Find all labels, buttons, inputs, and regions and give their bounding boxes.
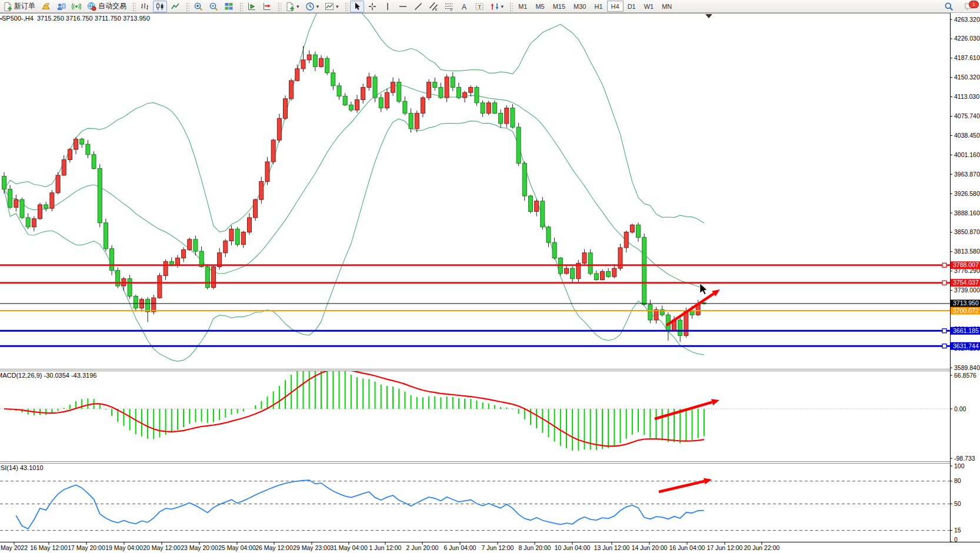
price-tick-label: 3850.870 [954, 228, 980, 235]
bollinger-middle-line [4, 85, 704, 289]
signals-button[interactable] [69, 1, 84, 12]
time-axis[interactable]: May 202216 May 12:0017 May 20:0019 May 0… [1, 542, 780, 551]
time-tick-label: 20 May 12:00 [143, 544, 181, 551]
candle-bullish [175, 258, 179, 265]
toolbar-grip [185, 2, 189, 11]
bar-chart-button[interactable] [138, 1, 152, 12]
cursor-button[interactable] [350, 1, 364, 12]
zoom-out-button[interactable] [206, 1, 221, 12]
candle-bullish [277, 118, 281, 140]
candle-bullish [265, 162, 269, 181]
periods-button[interactable]: ▾ [303, 1, 322, 12]
autotrading-button-label: 自动交易 [98, 1, 126, 11]
svg-text:F: F [450, 8, 452, 11]
candle-bearish [451, 77, 455, 88]
candle-bullish [14, 199, 18, 207]
trendline-button[interactable] [411, 1, 425, 12]
gold-bar-button[interactable] [39, 1, 53, 12]
timeframe-button-m5[interactable]: M5 [531, 1, 548, 12]
dropdown-caret-icon[interactable]: ▾ [501, 2, 504, 11]
line-handle[interactable] [942, 281, 946, 285]
price-badge-label: 3754.037 [953, 279, 979, 286]
candle-bullish [427, 82, 431, 98]
candle-bearish [235, 229, 239, 244]
candle-bearish [134, 297, 138, 308]
chart-window: 4263.3204226.0304187.6104150.3204113.030… [0, 13, 980, 553]
toolbar-grip [277, 2, 281, 11]
timeframe-button-m30[interactable]: M30 [569, 1, 590, 12]
candle-bearish [648, 305, 652, 320]
zoom-in-button[interactable] [191, 1, 205, 12]
dropdown-caret-icon[interactable]: ▾ [296, 2, 299, 11]
chart-shift-marker[interactable] [705, 14, 712, 18]
price-tick-label: 4226.030 [954, 35, 980, 42]
candle-bearish [397, 82, 401, 102]
candle-bullish [271, 140, 275, 162]
price-tick-label: 4075.740 [954, 112, 980, 119]
candle-bullish [624, 232, 628, 248]
line-handle[interactable] [942, 329, 946, 333]
candlestick-chart-button[interactable] [153, 1, 167, 12]
timeframe-button-d1[interactable]: D1 [624, 1, 640, 12]
indicators-button[interactable]: ▾ [283, 1, 302, 12]
trend-arrow-main[interactable] [666, 289, 720, 325]
candle-bullish [601, 271, 605, 279]
timeframe-button-w1[interactable]: W1 [640, 1, 658, 12]
arrow-objects-button[interactable]: ▾ [488, 1, 506, 12]
candle-bearish [128, 279, 132, 297]
timeframe-button-h4[interactable]: H4 [607, 1, 624, 12]
candle-bullish [241, 232, 245, 245]
candle-bearish [403, 101, 407, 113]
candle-bullish [505, 108, 509, 124]
trend-arrow-rsi[interactable] [659, 478, 712, 492]
timeframe-button-h1[interactable]: H1 [591, 1, 607, 12]
price-axis[interactable]: 4263.3204226.0304187.6104150.3204113.030… [950, 16, 980, 543]
virtual-hosting-button[interactable] [54, 1, 68, 12]
fibonacci-button[interactable]: F [442, 1, 456, 12]
chart-shift-button[interactable] [260, 1, 274, 12]
horizontal-line-button[interactable] [396, 1, 410, 12]
dropdown-caret-icon[interactable]: ▾ [336, 2, 339, 11]
candle-bullish [211, 266, 215, 287]
timeframe-button-m15[interactable]: M15 [549, 1, 569, 12]
templates-button[interactable]: ▾ [322, 1, 341, 12]
bollinger-upper-line [4, 13, 704, 232]
candle-bullish [164, 262, 168, 276]
mouse-cursor [700, 284, 707, 295]
candle-bearish [642, 237, 646, 304]
vertical-line-button[interactable] [381, 1, 395, 12]
timeframe-button-mn[interactable]: MN [658, 1, 676, 12]
candle-bearish [571, 268, 575, 279]
bars-chart-icon [140, 2, 149, 11]
svg-text:T: T [478, 4, 481, 9]
candle-bearish [194, 239, 198, 251]
tile-windows-button[interactable] [222, 1, 236, 12]
timeframe-button-m1[interactable]: M1 [514, 1, 531, 12]
auto-scroll-icon [247, 2, 256, 11]
candle-bearish [594, 274, 598, 280]
toolbar-group [191, 0, 236, 12]
candle-bullish [182, 249, 186, 258]
hosting-user-icon [56, 2, 66, 11]
line-handle[interactable] [942, 263, 946, 267]
autotrading-button[interactable]: 自动交易 [85, 1, 129, 12]
search-button[interactable] [942, 1, 956, 12]
candle-bearish [110, 249, 114, 271]
crosshair-button[interactable] [365, 1, 379, 12]
line-handle[interactable] [942, 344, 946, 348]
price-tick-label: 4187.610 [954, 54, 980, 61]
time-tick-label: 23 May 20:00 [181, 544, 218, 551]
dropdown-caret-icon[interactable]: ▾ [316, 2, 319, 11]
candle-bearish [541, 201, 545, 227]
new-order-button[interactable]: 新订单 [1, 1, 38, 12]
time-tick-label: 17 Jun 12:00 [707, 544, 743, 551]
line-chart-button[interactable] [168, 1, 182, 12]
auto-scroll-button[interactable] [245, 1, 259, 12]
text-label-button[interactable]: T [472, 1, 486, 12]
text-button[interactable]: A [457, 1, 471, 12]
candle-bearish [511, 108, 515, 128]
notifications-button[interactable]: 1 [962, 1, 976, 12]
candle-bullish [385, 92, 389, 108]
equidistant-channel-button[interactable]: E [426, 1, 441, 12]
candle-bearish [325, 58, 329, 73]
